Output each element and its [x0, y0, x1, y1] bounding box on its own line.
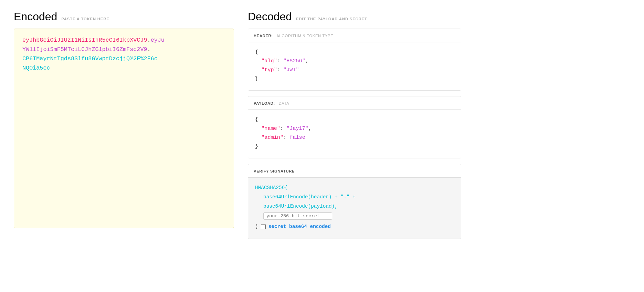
decoded-panel: Decoded EDIT THE PAYLOAD AND SECRET HEAD…: [248, 10, 461, 239]
header-alg-value: "HS256": [283, 58, 305, 64]
header-section-header: HEADER: ALGORITHM & TOKEN TYPE: [248, 29, 461, 42]
payload-admin-key: "admin": [261, 134, 283, 140]
secret-base64-checkbox[interactable]: [261, 225, 266, 229]
decoded-title-row: Decoded EDIT THE PAYLOAD AND SECRET: [248, 10, 461, 23]
verify-line2: base64UrlEncode(payload),: [255, 202, 454, 211]
header-body[interactable]: { "alg": "HS256", "typ": "JWT" }: [248, 42, 461, 90]
header-open-brace: {: [255, 49, 258, 55]
token-part3: CP6IMayrNtTgds8Slfu8GVwptDzcjjQ%2F%2F6cN…: [22, 55, 158, 71]
payload-body[interactable]: { "name": "Jay17", "admin": false }: [248, 110, 461, 158]
header-alg-key: "alg": [261, 58, 277, 64]
encoded-panel: Encoded PASTE A TOKEN HERE eyJhbGciOiJIU…: [14, 10, 234, 239]
verify-close-paren: ): [255, 222, 258, 231]
header-colon1: :: [277, 58, 283, 64]
verify-fn-line: HMACSHA256(: [255, 183, 454, 192]
secret-base64-label: secret base64 encoded: [268, 222, 331, 231]
encoded-title-row: Encoded PASTE A TOKEN HERE: [14, 10, 234, 23]
payload-admin-value: false: [289, 134, 305, 140]
token-dot2: .: [147, 46, 151, 53]
payload-name-key: "name": [261, 125, 280, 132]
verify-fn-name: HMACSHA256(: [255, 185, 288, 190]
verify-label: VERIFY SIGNATURE: [254, 169, 295, 173]
decoded-heading: Decoded: [248, 10, 292, 23]
verify-footer: ) secret base64 encoded: [255, 221, 454, 231]
payload-section-header: PAYLOAD: DATA: [248, 96, 461, 110]
header-section: HEADER: ALGORITHM & TOKEN TYPE { "alg": …: [248, 29, 461, 91]
token-part1: eyJhbGciOiJIUzI1NiIsInR5cCI6IkpXVCJ9: [22, 37, 147, 43]
payload-label: PAYLOAD:: [254, 101, 275, 105]
payload-close-brace: }: [255, 143, 258, 149]
verify-section-header: VERIFY SIGNATURE: [248, 164, 461, 178]
header-colon2: :: [277, 67, 283, 73]
payload-open-brace: {: [255, 116, 258, 123]
payload-section: PAYLOAD: DATA { "name": "Jay17", "admin"…: [248, 96, 461, 158]
secret-input[interactable]: [263, 212, 332, 220]
token-dot1: .: [147, 37, 151, 43]
encoded-heading: Encoded: [14, 10, 57, 23]
header-close-brace: }: [255, 76, 258, 82]
header-typ-value: "JWT": [283, 67, 299, 73]
verify-body: HMACSHA256( base64UrlEncode(header) + ".…: [248, 178, 461, 239]
header-sublabel: ALGORITHM & TOKEN TYPE: [276, 34, 333, 38]
header-label: HEADER:: [254, 34, 273, 38]
verify-secret-line: [255, 211, 454, 221]
encoded-subtitle: PASTE A TOKEN HERE: [61, 17, 109, 21]
encoded-token-area[interactable]: eyJhbGciOiJIUzI1NiIsInR5cCI6IkpXVCJ9.eyJ…: [14, 29, 234, 228]
payload-name-value: "Jay17": [286, 125, 308, 132]
verify-line1: base64UrlEncode(header) + "." +: [255, 192, 454, 202]
decoded-subtitle: EDIT THE PAYLOAD AND SECRET: [296, 17, 367, 21]
payload-sublabel: DATA: [278, 101, 289, 105]
header-typ-key: "typ": [261, 67, 277, 73]
verify-section: VERIFY SIGNATURE HMACSHA256( base64UrlEn…: [248, 164, 461, 239]
